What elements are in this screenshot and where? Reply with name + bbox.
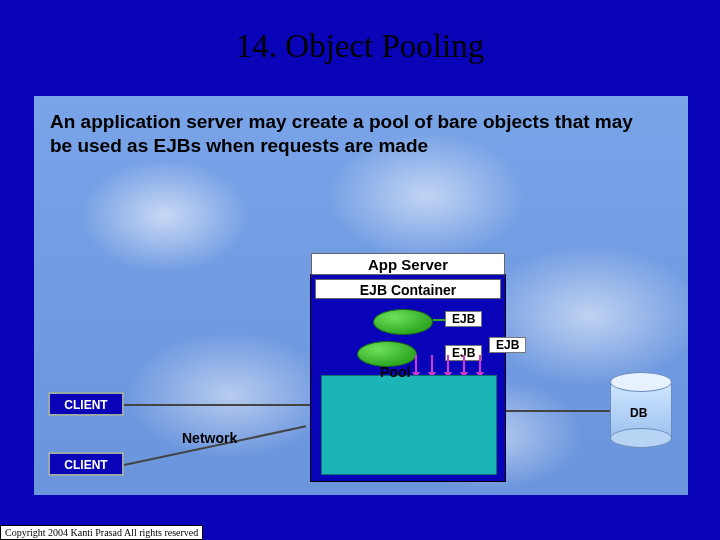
connector-line (433, 319, 445, 321)
copyright-notice: Copyright 2004 Kanti Prasad All rights r… (0, 525, 203, 540)
db-label: DB (630, 406, 647, 420)
network-label: Network (182, 430, 237, 446)
network-line (124, 404, 310, 406)
db-connector-line (506, 410, 610, 412)
ejb-label: EJB (445, 311, 482, 327)
arrow-down-icon (431, 355, 433, 373)
slide-title: 14. Object Pooling (0, 0, 720, 65)
arrow-down-icon (463, 355, 465, 373)
ejb-container-label: EJB Container (315, 279, 501, 299)
pool-label: Pool (380, 364, 410, 380)
client-box: CLIENT (48, 452, 124, 476)
ejb-bean-icon (373, 309, 433, 335)
arrow-down-icon (415, 355, 417, 373)
slide-content: An application server may create a pool … (34, 96, 688, 495)
ejb-label: EJB (489, 337, 526, 353)
arrow-down-icon (479, 355, 481, 373)
app-server-box: App Server EJB Container EJB EJB EJB Poo… (310, 274, 506, 482)
arrow-down-icon (447, 355, 449, 373)
slide-description: An application server may create a pool … (50, 110, 660, 158)
client-box: CLIENT (48, 392, 124, 416)
app-server-label: App Server (311, 253, 505, 275)
pool-box: Pool (321, 375, 497, 475)
